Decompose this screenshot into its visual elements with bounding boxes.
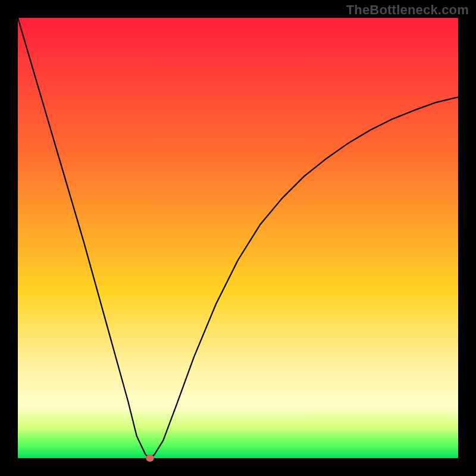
chart-frame: TheBottleneck.com (0, 0, 476, 476)
optimal-point-marker (146, 455, 154, 462)
bottleneck-curve (18, 18, 458, 458)
plot-area (18, 18, 458, 458)
watermark-text: TheBottleneck.com (346, 2, 469, 18)
